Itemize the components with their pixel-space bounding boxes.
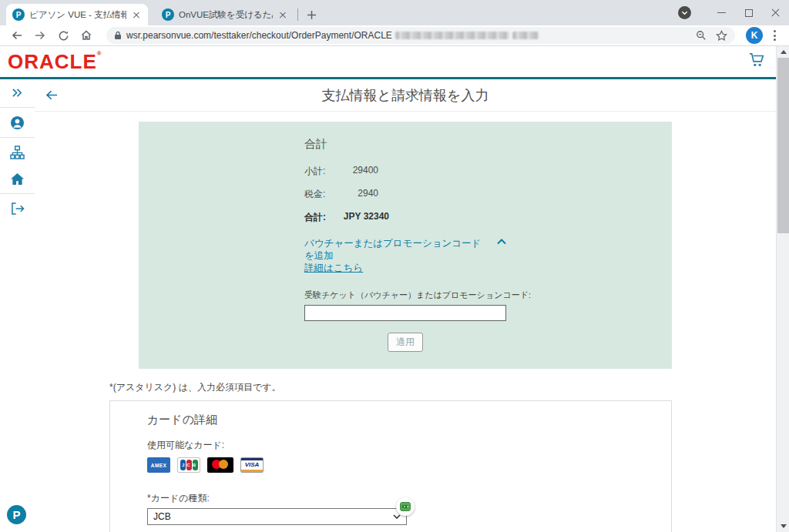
- lock-icon: [114, 31, 122, 40]
- content-row: P 支払情報と請求情報を入力 合計 小計: 29400 税金: [0, 79, 776, 532]
- subtotal-row: 小計: 29400: [304, 165, 378, 178]
- tab-bar: P ピアソン VUE - 支払情報と請求情報 P OnVUE試験を受けるためのヒ…: [0, 0, 789, 25]
- tab-onvue-tips[interactable]: P OnVUE試験を受けるためのヒント//ビ: [156, 4, 294, 25]
- total-row: 合計: JPY 32340: [304, 211, 389, 224]
- cart-icon[interactable]: [749, 52, 766, 68]
- card-details-heading: カードの詳細: [147, 413, 671, 427]
- subtotal-label: 小計:: [304, 165, 325, 178]
- tab-title: ピアソン VUE - 支払情報と請求情報: [29, 9, 126, 21]
- browser-toolbar: wsr.pearsonvue.com/testtaker/checkout/Or…: [0, 25, 789, 46]
- new-tab-button[interactable]: [301, 5, 321, 25]
- tax-row: 税金: 2940: [304, 188, 378, 201]
- tax-value: 2940: [358, 188, 378, 201]
- sidebar-item-home[interactable]: [0, 166, 35, 192]
- summary-heading: 合計: [304, 137, 506, 152]
- url-redacted-segment: [512, 32, 539, 39]
- apply-button[interactable]: 適用: [388, 333, 423, 352]
- url-text: wsr.pearsonvue.com/testtaker/checkout/Or…: [126, 30, 392, 41]
- maximize-button[interactable]: [735, 0, 762, 25]
- tab-separator: [297, 8, 298, 21]
- minimize-button[interactable]: [708, 0, 735, 25]
- browser-window: P ピアソン VUE - 支払情報と請求情報 P OnVUE試験を受けるためのヒ…: [0, 0, 789, 532]
- voucher-links-block: バウチャーまたはプロモーションコードを追加 詳細はこちら: [304, 237, 506, 274]
- sign-out-icon: [11, 202, 25, 215]
- visa-card-icon: VISA: [240, 457, 264, 473]
- site-header: ORACLE®: [0, 46, 789, 79]
- page-title-bar: 支払情報と請求情報を入力: [35, 79, 776, 112]
- pearson-vue-logo[interactable]: P: [7, 505, 26, 524]
- home-filled-icon: [10, 172, 25, 186]
- voucher-field-label: 受験チケット（バウチャー）またはプロモーションコード:: [304, 289, 506, 301]
- page-title: 支払情報と請求情報を入力: [322, 86, 489, 105]
- required-fields-note: *(アスタリスク) は、入力必須項目です。: [109, 381, 776, 394]
- tab-close-icon[interactable]: [277, 9, 288, 20]
- pearson-vue-favicon: P: [12, 8, 25, 21]
- card-type-selected-value: JCB: [153, 511, 171, 522]
- total-label: 合計:: [304, 211, 326, 224]
- amex-card-icon: AMEX: [147, 457, 170, 473]
- extension-circle-icon[interactable]: [678, 6, 691, 19]
- tab-pearson-payment[interactable]: P ピアソン VUE - 支払情報と請求情報: [6, 4, 148, 25]
- close-button[interactable]: [762, 0, 789, 25]
- sitemap-icon: [10, 146, 25, 159]
- bookmark-star-icon[interactable]: [716, 30, 727, 42]
- tab-close-icon[interactable]: [131, 9, 142, 20]
- scroll-up-arrow[interactable]: [777, 46, 789, 58]
- details-link[interactable]: 詳細はこちら: [304, 262, 363, 274]
- jcb-card-icon: JCB: [177, 457, 200, 473]
- forward-icon[interactable]: [31, 26, 49, 45]
- window-controls: [678, 0, 789, 25]
- order-summary-panel: 合計 小計: 29400 税金: 2940 合計: JPY 32340 バウチ: [139, 122, 672, 369]
- sidebar-divider: [0, 193, 35, 194]
- address-bar[interactable]: wsr.pearsonvue.com/testtaker/checkout/Or…: [106, 27, 735, 44]
- sidebar-divider: [0, 107, 35, 108]
- sidebar-divider: [0, 137, 35, 138]
- back-icon[interactable]: [8, 26, 26, 45]
- chrome-menu-icon[interactable]: [767, 27, 781, 44]
- sidebar-item-account[interactable]: [0, 109, 35, 136]
- card-details-panel: カードの詳細 使用可能なカード: AMEX JCB VISA: [109, 400, 672, 532]
- scroll-down-arrow[interactable]: [777, 520, 789, 532]
- main-content: 支払情報と請求情報を入力 合計 小計: 29400 税金: 2940 合計:: [35, 79, 776, 532]
- sidebar-expand-button[interactable]: [0, 79, 35, 105]
- sidebar-item-signout[interactable]: [0, 196, 35, 222]
- total-value: JPY 32340: [344, 211, 389, 224]
- person-icon: [10, 115, 25, 130]
- reload-icon[interactable]: [54, 26, 72, 45]
- card-type-select[interactable]: JCB: [147, 508, 407, 525]
- visa-card-text: VISA: [241, 461, 263, 468]
- tab-title: OnVUE試験を受けるためのヒント//ビ: [179, 9, 273, 21]
- page-back-arrow[interactable]: [45, 89, 59, 101]
- add-voucher-link[interactable]: バウチャーまたはプロモーションコードを追加: [304, 237, 488, 262]
- scrollbar-thumb[interactable]: [777, 58, 789, 233]
- collapse-chevron-icon[interactable]: [497, 239, 506, 245]
- voucher-input[interactable]: [304, 305, 506, 321]
- accepted-cards-label: 使用可能なカード:: [147, 439, 671, 452]
- page-scrollbar[interactable]: [776, 46, 789, 532]
- double-chevron-right-icon: [12, 88, 23, 98]
- accepted-card-icons: AMEX JCB VISA: [147, 457, 671, 473]
- home-icon[interactable]: [77, 26, 96, 45]
- select-chevron-down-icon: [393, 514, 401, 519]
- tax-label: 税金:: [304, 188, 325, 201]
- url-redacted-segment: [395, 32, 509, 39]
- profile-avatar[interactable]: K: [746, 27, 763, 44]
- password-manager-extension-icon[interactable]: [396, 497, 415, 516]
- sidebar-item-programs[interactable]: [0, 139, 35, 166]
- jcb-card-text: JCB: [178, 463, 200, 467]
- zoom-icon[interactable]: [696, 30, 707, 41]
- mastercard-card-icon: [207, 457, 233, 473]
- pearson-vue-favicon: P: [162, 8, 174, 21]
- oracle-logo: ORACLE®: [8, 50, 102, 74]
- subtotal-value: 29400: [353, 165, 378, 178]
- left-sidebar: P: [0, 79, 35, 532]
